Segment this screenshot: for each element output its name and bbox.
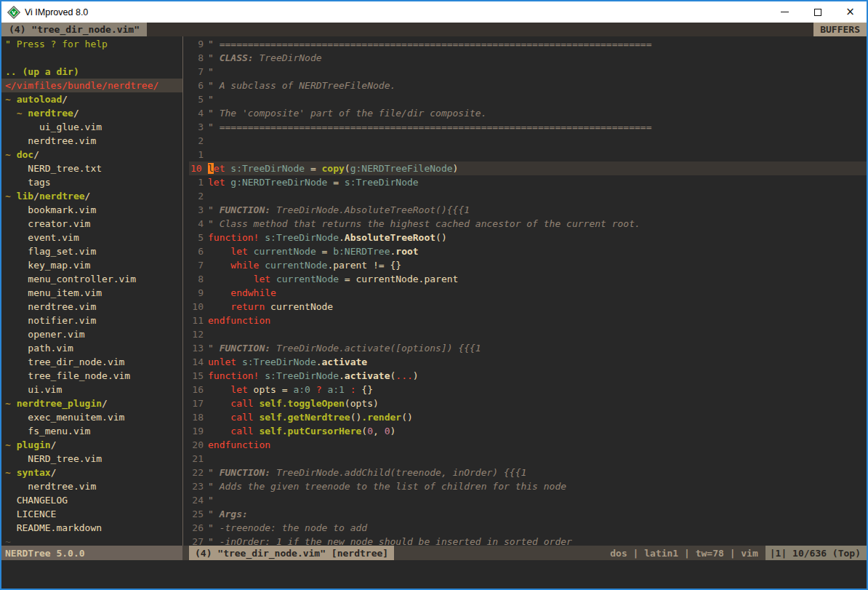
code-line[interactable]: 19 call self.putCursorHere(0, 0): [189, 424, 867, 438]
tree-item[interactable]: flag_set.vim: [1, 244, 182, 258]
tree-item[interactable]: ~ nerdtree/: [1, 106, 182, 120]
code-line[interactable]: 15function! s:TreeDirNode.activate(...): [189, 369, 867, 383]
syntax-segment-dir: autoload: [17, 94, 63, 105]
tree-item[interactable]: ~: [1, 535, 182, 546]
tree-item[interactable]: nerdtree.vim: [1, 134, 182, 148]
buffers-tab[interactable]: BUFFERS: [813, 23, 867, 36]
tree-item[interactable]: CHANGELOG: [1, 493, 182, 507]
tree-item[interactable]: tree_dir_node.vim: [1, 355, 182, 369]
code-line[interactable]: 4" Class method that returns the highest…: [189, 217, 867, 231]
tree-item[interactable]: bookmark.vim: [1, 203, 182, 217]
syntax-segment-slash: /: [51, 467, 57, 478]
tree-item[interactable]: ~ autoload/: [1, 92, 182, 106]
syntax-segment-fg: [208, 246, 230, 257]
tree-item[interactable]: key_map.vim: [1, 258, 182, 272]
tree-root-item[interactable]: </vimfiles/bundle/nerdtree/: [1, 79, 182, 92]
code-line[interactable]: 26" -treenode: the node to add: [189, 521, 867, 535]
code-line[interactable]: 9" =====================================…: [189, 37, 867, 51]
syntax-segment-kw: while: [230, 260, 259, 271]
code-line[interactable]: 17 call self.toggleOpen(opts): [189, 396, 867, 410]
code-line[interactable]: 12: [189, 327, 867, 341]
code-line[interactable]: 14unlet s:TreeDirNode.activate: [189, 355, 867, 369]
code-line[interactable]: 9 endwhile: [189, 286, 867, 300]
minimize-button[interactable]: [768, 1, 801, 23]
tree-item[interactable]: ~ nerdtree_plugin/: [1, 396, 182, 410]
line-number: 3: [189, 120, 208, 134]
tree-item[interactable]: exec_menuitem.vim: [1, 410, 182, 424]
syntax-segment-id: currentNode: [265, 260, 327, 271]
tree-item[interactable]: LICENCE: [1, 507, 182, 521]
nerdtree-sidebar[interactable]: " Press ? for help.. (up a dir)</vimfile…: [1, 36, 182, 546]
code-text: " ======================================…: [208, 120, 867, 134]
syntax-segment-id: a:0: [293, 384, 310, 395]
syntax-segment-fg: ): [453, 163, 459, 174]
maximize-button[interactable]: [801, 1, 834, 23]
syntax-segment-dir: syntax: [17, 467, 51, 478]
code-line[interactable]: 21: [189, 452, 867, 466]
code-line[interactable]: 13" FUNCTION: TreeDirNode.activate([opti…: [189, 341, 867, 355]
code-line[interactable]: 5": [189, 92, 867, 106]
tree-item[interactable]: [1, 51, 182, 65]
tree-item[interactable]: README.markdown: [1, 521, 182, 535]
code-line[interactable]: 8 let currentNode = currentNode.parent: [189, 272, 867, 286]
close-button[interactable]: ×: [834, 1, 867, 23]
tree-item[interactable]: ~ syntax/: [1, 466, 182, 479]
syntax-segment-id: a:1: [327, 384, 344, 395]
editor-buffer[interactable]: 9" =====================================…: [189, 36, 867, 546]
code-line[interactable]: 4" The 'composite' part of the file/dir …: [189, 106, 867, 120]
tree-item[interactable]: ui.vim: [1, 383, 182, 396]
code-line[interactable]: 2: [189, 134, 867, 148]
code-line[interactable]: 25" Args:: [189, 507, 867, 521]
tree-item[interactable]: ~ doc/: [1, 148, 182, 162]
code-line[interactable]: 10 return currentNode: [189, 300, 867, 314]
tree-item[interactable]: notifier.vim: [1, 314, 182, 327]
syntax-segment-meth: activate: [345, 370, 390, 381]
code-line[interactable]: 3" FUNCTION: TreeDirNode.AbsoluteTreeRoo…: [189, 203, 867, 217]
tree-item[interactable]: event.vim: [1, 231, 182, 244]
window-split-separator[interactable]: [182, 36, 189, 546]
code-line[interactable]: 24": [189, 493, 867, 507]
tree-item[interactable]: tree_file_node.vim: [1, 369, 182, 383]
code-line[interactable]: 1let g:NERDTreeDirNode = s:TreeDirNode: [189, 175, 867, 189]
code-line[interactable]: 1: [189, 148, 867, 162]
code-line[interactable]: 6" A subclass of NERDTreeFileNode.: [189, 79, 867, 92]
code-line[interactable]: 22" FUNCTION: TreeDirNode.addChild(treen…: [189, 466, 867, 479]
code-text: " FUNCTION: TreeDirNode.addChild(treenod…: [208, 466, 867, 479]
code-line[interactable]: 20endfunction: [189, 438, 867, 452]
syntax-segment-fg: =: [305, 163, 321, 174]
code-line[interactable]: 27" -inOrder: 1 if the new node should b…: [189, 535, 867, 546]
tree-item[interactable]: NERD_tree.vim: [1, 452, 182, 466]
code-line[interactable]: 5function! s:TreeDirNode.AbsoluteTreeRoo…: [189, 231, 867, 244]
code-line-current[interactable]: 10let s:TreeDirNode = copy(g:NERDTreeFil…: [189, 162, 867, 175]
code-text: " CLASS: TreeDirNode: [208, 51, 867, 65]
code-line[interactable]: 11endfunction: [189, 314, 867, 327]
tree-item[interactable]: creator.vim: [1, 217, 182, 231]
tree-item[interactable]: nerdtree.vim: [1, 479, 182, 493]
tree-item[interactable]: " Press ? for help: [1, 37, 182, 51]
code-line[interactable]: 8" CLASS: TreeDirNode: [189, 51, 867, 65]
tree-item[interactable]: nerdtree.vim: [1, 300, 182, 314]
code-line[interactable]: 2: [189, 189, 867, 203]
tree-item[interactable]: fs_menu.vim: [1, 424, 182, 438]
tree-item[interactable]: ui_glue.vim: [1, 120, 182, 134]
tree-item[interactable]: menu_controller.vim: [1, 272, 182, 286]
code-line[interactable]: 23" Adds the given treenode to the list …: [189, 479, 867, 493]
code-text: " A subclass of NERDTreeFileNode.: [208, 79, 867, 92]
code-line[interactable]: 7": [189, 65, 867, 79]
tree-item[interactable]: opener.vim: [1, 327, 182, 341]
syntax-segment-dir: doc: [17, 149, 33, 160]
tree-item[interactable]: NERD_tree.txt: [1, 162, 182, 175]
code-line[interactable]: 3" =====================================…: [189, 120, 867, 134]
tree-item[interactable]: path.vim: [1, 341, 182, 355]
tree-item[interactable]: tags: [1, 175, 182, 189]
code-line[interactable]: 18 call self.getNerdtree().render(): [189, 410, 867, 424]
tree-item[interactable]: menu_item.vim: [1, 286, 182, 300]
tree-item[interactable]: ~ lib/nerdtree/: [1, 189, 182, 203]
tree-item[interactable]: .. (up a dir): [1, 65, 182, 79]
tree-item[interactable]: ~ plugin/: [1, 438, 182, 452]
code-line[interactable]: 7 while currentNode.parent != {}: [189, 258, 867, 272]
code-line[interactable]: 16 let opts = a:0 ? a:1 : {}: [189, 383, 867, 396]
command-line[interactable]: [1, 560, 867, 589]
code-line[interactable]: 6 let currentNode = b:NERDTree.root: [189, 244, 867, 258]
tab-active-buffer[interactable]: (4) "tree_dir_node.vim": [1, 23, 147, 36]
